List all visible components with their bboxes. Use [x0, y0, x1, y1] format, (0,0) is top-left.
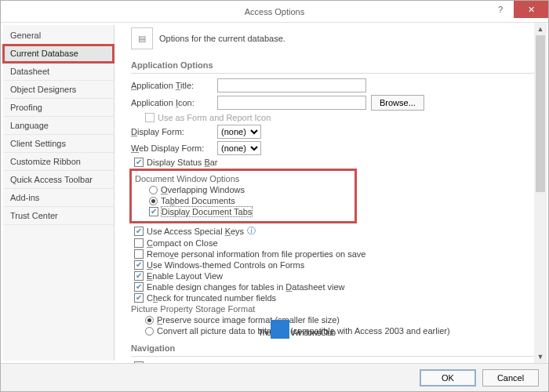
info-icon[interactable]: ⓘ: [247, 225, 256, 237]
compact-label: Compact on Close: [147, 238, 218, 248]
special-keys-label: Use Access Special Keys: [147, 227, 244, 236]
truncated-label: Check for truncated number fields: [147, 293, 276, 303]
web-display-form-label: Web Display Form:: [131, 143, 213, 153]
database-icon: ▤: [131, 27, 153, 49]
main-panel: ▤ Options for the current database. Appl…: [117, 23, 548, 363]
display-status-bar-checkbox[interactable]: ✔: [134, 158, 144, 167]
sidebar-item-trust-center[interactable]: Trust Center: [3, 207, 114, 225]
sidebar-item-proofing[interactable]: Proofing: [3, 99, 114, 117]
use-as-icon-label: Use as Form and Report Icon: [158, 113, 271, 122]
banner-text: Options for the current database.: [159, 34, 285, 43]
display-form-label: Display Form:: [131, 127, 213, 136]
display-document-tabs-checkbox[interactable]: ✔: [149, 207, 158, 216]
scroll-up-icon[interactable]: ▲: [534, 23, 547, 35]
sidebar-item-object-designers[interactable]: Object Designers: [3, 81, 114, 99]
layout-view-checkbox[interactable]: ✔: [134, 271, 144, 281]
themed-checkbox[interactable]: ✔: [134, 260, 144, 270]
compact-checkbox[interactable]: [134, 238, 144, 248]
help-button[interactable]: ?: [487, 1, 514, 18]
section-application-options: Application Options: [131, 57, 540, 74]
section-navigation: Navigation: [131, 340, 540, 357]
picture-format-label: Picture Property Storage Format: [131, 304, 540, 314]
access-options-dialog: Access Options ? ✕ General Current Datab…: [0, 0, 549, 392]
themed-label: Use Windows-themed Controls on Forms: [147, 260, 304, 270]
doc-window-options-label: Document Window Options: [135, 174, 351, 183]
preserve-source-label: Preserve source image format (smaller fi…: [157, 315, 340, 325]
cancel-button[interactable]: Cancel: [482, 369, 539, 387]
sidebar-item-current-database[interactable]: Current Database: [3, 45, 114, 63]
dialog-title: Access Options: [245, 7, 304, 16]
scrollbar-thumb[interactable]: [536, 35, 545, 192]
tabbed-documents-radio[interactable]: [149, 197, 158, 205]
sidebar-item-customize-ribbon[interactable]: Customize Ribbon: [3, 153, 114, 171]
web-display-form-select[interactable]: (none): [217, 141, 261, 155]
remove-pi-label: Remove personal information from file pr…: [147, 249, 365, 259]
ok-button[interactable]: OK: [420, 369, 476, 387]
special-keys-checkbox[interactable]: ✔: [134, 227, 144, 236]
overlapping-windows-label: Overlapping Windows: [161, 185, 245, 194]
display-status-bar-label: Display Status Bar: [147, 158, 218, 167]
display-form-select[interactable]: (none): [217, 125, 261, 139]
sidebar-item-client-settings[interactable]: Client Settings: [3, 135, 114, 153]
use-as-icon-checkbox: [145, 113, 155, 122]
app-title-input[interactable]: [217, 78, 366, 93]
footer: OK Cancel: [1, 363, 548, 391]
browse-button[interactable]: Browse...: [371, 95, 424, 111]
sidebar-item-addins[interactable]: Add-ins: [3, 189, 114, 207]
design-changes-checkbox[interactable]: ✔: [134, 282, 144, 292]
sidebar-item-quick-access-toolbar[interactable]: Quick Access Toolbar: [3, 171, 114, 189]
tabbed-documents-label: Tabbed Documents: [161, 196, 235, 205]
overlapping-windows-radio[interactable]: [149, 186, 158, 194]
sidebar-item-language[interactable]: Language: [3, 117, 114, 135]
sidebar-item-datasheet[interactable]: Datasheet: [3, 63, 114, 81]
remove-pi-checkbox[interactable]: [134, 249, 144, 259]
sidebar: General Current Database Datasheet Objec…: [3, 25, 115, 361]
document-window-options-highlight: Document Window Options Overlapping Wind…: [129, 169, 357, 223]
app-icon-input[interactable]: [217, 96, 366, 110]
display-document-tabs-label: Display Document Tabs: [162, 207, 252, 216]
app-title-label: AApplication Title:pplication Title:: [131, 81, 213, 90]
display-nav-pane-checkbox[interactable]: ✔: [134, 361, 144, 363]
scroll-down-icon[interactable]: ▼: [534, 350, 547, 363]
titlebar: Access Options ? ✕: [1, 1, 548, 23]
preserve-source-radio[interactable]: [145, 316, 154, 325]
banner: ▤ Options for the current database.: [131, 27, 540, 49]
app-icon-label: Application Icon:: [131, 98, 213, 107]
convert-bitmaps-label: Convert all picture data to bitmaps (com…: [157, 326, 450, 336]
display-nav-pane-label: Display Navigation Pane: [147, 361, 241, 363]
design-changes-label: Enable design changes for tables in Data…: [147, 282, 345, 292]
close-button[interactable]: ✕: [514, 1, 548, 18]
layout-view-label: Enable Layout View: [147, 271, 223, 281]
convert-bitmaps-radio[interactable]: [145, 327, 154, 336]
scrollbar[interactable]: ▲ ▼: [534, 23, 547, 363]
sidebar-item-general[interactable]: General: [3, 27, 114, 45]
truncated-checkbox[interactable]: ✔: [134, 293, 144, 303]
